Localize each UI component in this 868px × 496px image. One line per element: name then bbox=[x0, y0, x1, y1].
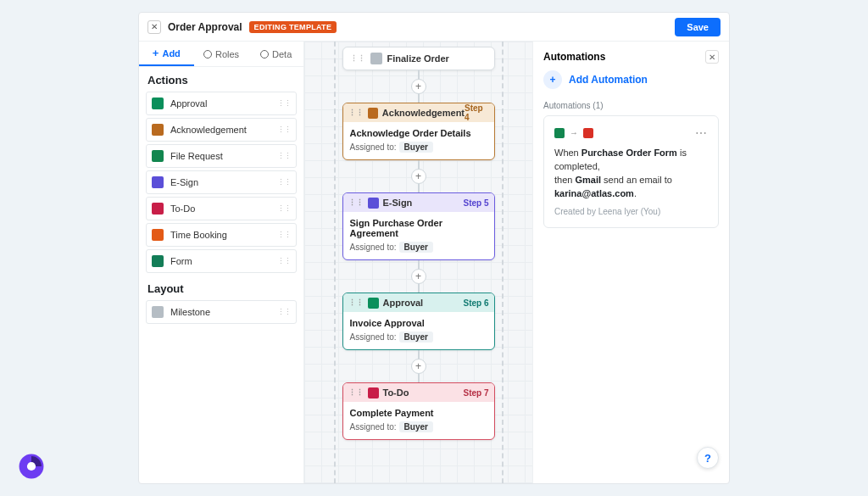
assignee-pill[interactable]: Buyer bbox=[399, 421, 433, 432]
clock-icon bbox=[152, 229, 164, 241]
add-step-button[interactable]: + bbox=[411, 79, 426, 94]
tab-details-label: Deta bbox=[272, 49, 292, 59]
milestone-icon bbox=[152, 306, 164, 318]
action-todo[interactable]: To-Do⋮⋮ bbox=[146, 197, 297, 220]
step-esign[interactable]: ⋮⋮E-SignStep 5 Sign Purchase Order Agree… bbox=[342, 192, 495, 260]
action-time-booking[interactable]: Time Booking⋮⋮ bbox=[146, 223, 297, 247]
step-number: Step 5 bbox=[463, 198, 488, 208]
workflow-flow: ⋮⋮ Finalize Order + ⋮⋮AcknowledgementSte… bbox=[342, 47, 495, 440]
connector-line bbox=[418, 94, 420, 103]
drag-handle-icon[interactable]: ⋮⋮ bbox=[348, 109, 364, 117]
action-label: Acknowledgement bbox=[170, 125, 247, 135]
close-button[interactable]: ✕ bbox=[147, 20, 161, 34]
drag-handle-icon[interactable]: ⋮⋮ bbox=[277, 152, 291, 160]
connector-line bbox=[418, 260, 420, 269]
add-automation-label: Add Automation bbox=[569, 74, 648, 86]
connector-line bbox=[418, 374, 420, 382]
action-form[interactable]: Form⋮⋮ bbox=[146, 249, 297, 273]
action-label: File Request bbox=[170, 151, 223, 161]
tab-add-label: Add bbox=[162, 48, 180, 59]
action-label: Approval bbox=[170, 98, 207, 109]
approval-icon bbox=[368, 298, 379, 309]
add-step-button[interactable]: + bbox=[411, 169, 426, 184]
automation-description: When Purchase Order Form is completed, t… bbox=[554, 147, 708, 201]
help-button[interactable]: ? bbox=[697, 447, 719, 469]
drag-handle-icon[interactable]: ⋮⋮ bbox=[277, 308, 291, 316]
connector-line bbox=[418, 160, 420, 169]
tab-roles-label: Roles bbox=[215, 49, 239, 59]
step-approval[interactable]: ⋮⋮ApprovalStep 6 Invoice ApprovalAssigne… bbox=[342, 293, 495, 350]
close-panel-button[interactable]: ✕ bbox=[705, 50, 719, 64]
todo-icon bbox=[152, 203, 164, 215]
file-icon bbox=[152, 150, 164, 162]
drag-handle-icon[interactable]: ⋮⋮ bbox=[348, 388, 364, 397]
step-type: Acknowledgement bbox=[382, 108, 465, 118]
automations-panel: Automations ✕ + Add Automation Automatio… bbox=[532, 42, 729, 483]
automation-card[interactable]: → ⋯ When Purchase Order Form is complete… bbox=[543, 115, 719, 228]
assigned-label: Assigned to: bbox=[350, 332, 397, 342]
form-icon bbox=[152, 255, 164, 267]
action-esign[interactable]: E-Sign⋮⋮ bbox=[146, 170, 297, 194]
brand-logo bbox=[17, 452, 46, 481]
automations-title: Automations bbox=[543, 51, 605, 63]
drag-handle-icon[interactable]: ⋮⋮ bbox=[277, 257, 291, 265]
assignee-pill[interactable]: Buyer bbox=[399, 332, 433, 343]
approval-icon bbox=[152, 98, 164, 109]
node-finalize-order[interactable]: ⋮⋮ Finalize Order bbox=[342, 47, 495, 70]
add-automation-button[interactable]: + Add Automation bbox=[543, 70, 719, 89]
action-label: Form bbox=[170, 256, 192, 266]
todo-icon bbox=[368, 387, 379, 398]
action-acknowledgement[interactable]: Acknowledgement⋮⋮ bbox=[146, 118, 297, 142]
step-number: Step 4 bbox=[465, 103, 488, 122]
action-approval[interactable]: Approval⋮⋮ bbox=[146, 92, 297, 115]
more-options-button[interactable]: ⋯ bbox=[695, 125, 708, 142]
save-button[interactable]: Save bbox=[675, 18, 721, 36]
add-step-button[interactable]: + bbox=[411, 269, 426, 284]
acknowledgement-icon bbox=[368, 108, 378, 119]
node-title: Finalize Order bbox=[387, 53, 449, 64]
acknowledgement-icon bbox=[152, 124, 164, 136]
plus-icon: + bbox=[543, 70, 562, 89]
step-title: Invoice Approval bbox=[350, 318, 487, 328]
connector-line bbox=[418, 184, 420, 192]
drag-handle-icon[interactable]: ⋮⋮ bbox=[277, 178, 291, 187]
assignee-pill[interactable]: Buyer bbox=[399, 142, 433, 153]
milestone-icon bbox=[370, 53, 382, 64]
step-todo[interactable]: ⋮⋮To-DoStep 7 Complete PaymentAssigned t… bbox=[342, 382, 495, 440]
assigned-label: Assigned to: bbox=[350, 242, 397, 252]
gmail-icon bbox=[583, 128, 593, 138]
esign-icon bbox=[368, 198, 379, 209]
add-step-button[interactable]: + bbox=[411, 359, 426, 374]
drag-handle-icon[interactable]: ⋮⋮ bbox=[277, 99, 291, 108]
svg-point-1 bbox=[27, 462, 36, 471]
step-title: Sign Purchase Order Agreement bbox=[350, 218, 487, 238]
step-title: Acknowledge Order Details bbox=[350, 128, 487, 138]
step-number: Step 7 bbox=[463, 388, 488, 398]
details-icon bbox=[260, 50, 269, 59]
roles-icon bbox=[203, 50, 212, 59]
arrow-icon: → bbox=[570, 127, 578, 140]
automation-author: Created by Leena Iyer (You) bbox=[554, 206, 708, 219]
actions-list: Approval⋮⋮ Acknowledgement⋮⋮ File Reques… bbox=[139, 92, 303, 276]
tab-roles[interactable]: Roles bbox=[194, 42, 249, 66]
action-label: Time Booking bbox=[170, 230, 227, 240]
connector-line bbox=[418, 350, 420, 359]
layout-label: Milestone bbox=[170, 307, 210, 317]
app-header: ✕ Order Approval EDITING TEMPLATE Save bbox=[139, 13, 729, 42]
action-file-request[interactable]: File Request⋮⋮ bbox=[146, 144, 297, 168]
drag-handle-icon[interactable]: ⋮⋮ bbox=[350, 54, 365, 63]
layout-heading: Layout bbox=[139, 276, 303, 300]
workflow-canvas[interactable]: ⋮⋮ Finalize Order + ⋮⋮AcknowledgementSte… bbox=[304, 42, 532, 483]
layout-milestone[interactable]: Milestone⋮⋮ bbox=[146, 300, 297, 324]
tab-details[interactable]: Deta bbox=[248, 42, 303, 66]
tab-add[interactable]: +Add bbox=[139, 42, 194, 66]
drag-handle-icon[interactable]: ⋮⋮ bbox=[348, 298, 364, 307]
assignee-pill[interactable]: Buyer bbox=[399, 242, 433, 253]
drag-handle-icon[interactable]: ⋮⋮ bbox=[348, 198, 364, 207]
step-acknowledgement[interactable]: ⋮⋮AcknowledgementStep 4 Acknowledge Orde… bbox=[342, 103, 495, 160]
drag-handle-icon[interactable]: ⋮⋮ bbox=[277, 125, 291, 134]
assigned-label: Assigned to: bbox=[350, 422, 397, 432]
drag-handle-icon[interactable]: ⋮⋮ bbox=[277, 204, 291, 213]
step-type: To-Do bbox=[383, 387, 409, 398]
drag-handle-icon[interactable]: ⋮⋮ bbox=[277, 231, 291, 239]
